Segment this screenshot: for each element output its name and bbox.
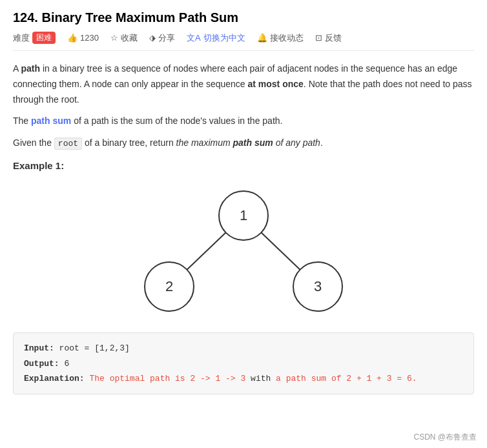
problem-description: A path in a binary tree is a sequence of… bbox=[13, 61, 474, 151]
example-code-block: Input: root = [1,2,3] Output: 6 Explanat… bbox=[13, 332, 474, 394]
description-para2: The path sum of a path is the sum of the… bbox=[13, 114, 474, 129]
italic-of-any-path: of any path bbox=[276, 137, 320, 148]
share-button[interactable]: ⬗ 分享 bbox=[149, 32, 175, 44]
input-value: root = [1,2,3] bbox=[54, 343, 130, 353]
output-label: Output: bbox=[24, 359, 59, 369]
toolbar: 难度 困难 👍 1230 ☆ 收藏 ⬗ 分享 文A 切换为中文 🔔 接收动态 ⊡… bbox=[13, 32, 474, 51]
input-label: Input: bbox=[24, 343, 54, 353]
share-label: 分享 bbox=[158, 32, 175, 44]
collect-label: 收藏 bbox=[121, 32, 138, 44]
like-icon: 👍 bbox=[67, 33, 78, 43]
feedback-button[interactable]: ⊡ 反馈 bbox=[315, 32, 342, 44]
atmost-bold: at most once bbox=[248, 79, 304, 89]
description-para3: Given the root of a binary tree, return … bbox=[13, 136, 474, 151]
path-bold: path bbox=[21, 63, 40, 74]
explanation-with: with bbox=[251, 374, 271, 383]
output-line: Output: 6 bbox=[24, 356, 463, 371]
pathsum-bold: path sum bbox=[31, 116, 71, 126]
explanation-line: Explanation: The optimal path is 2 -> 1 … bbox=[24, 371, 463, 386]
star-icon: ☆ bbox=[110, 33, 118, 43]
italic-the-maximum: the maximum bbox=[176, 137, 231, 148]
difficulty-label: 难度 bbox=[13, 32, 30, 44]
like-button[interactable]: 👍 1230 bbox=[67, 33, 99, 43]
translate-label: 切换为中文 bbox=[203, 32, 245, 44]
bell-icon: 🔔 bbox=[257, 33, 267, 43]
svg-text:2: 2 bbox=[165, 278, 173, 294]
explanation-text: The optimal path is 2 -> 1 -> 3 bbox=[85, 374, 251, 383]
example-section: Example 1: 1 2 3 Input: root = [1,2,3] bbox=[13, 160, 474, 394]
difficulty-badge: 困难 bbox=[32, 32, 56, 44]
feedback-label: 反馈 bbox=[325, 32, 342, 44]
svg-text:3: 3 bbox=[314, 278, 322, 294]
tree-diagram: 1 2 3 bbox=[13, 180, 474, 322]
footer: CSDN @布鲁查查 bbox=[413, 432, 477, 443]
share-icon: ⬗ bbox=[149, 33, 156, 43]
footer-text: CSDN @布鲁查查 bbox=[413, 433, 477, 442]
notify-button[interactable]: 🔔 接收动态 bbox=[257, 32, 304, 44]
notify-label: 接收动态 bbox=[270, 32, 304, 44]
explanation-rest: a path sum of 2 + 1 + 3 = 6. bbox=[271, 374, 417, 383]
like-count: 1230 bbox=[80, 33, 99, 43]
input-line: Input: root = [1,2,3] bbox=[24, 341, 463, 356]
output-value: 6 bbox=[59, 359, 70, 369]
description-para1: A path in a binary tree is a sequence of… bbox=[13, 61, 474, 107]
explanation-label: Explanation: bbox=[24, 374, 85, 383]
root-code: root bbox=[54, 137, 82, 150]
svg-text:1: 1 bbox=[240, 207, 247, 223]
translate-button[interactable]: 文A 切换为中文 bbox=[187, 32, 245, 44]
difficulty-section: 难度 困难 bbox=[13, 32, 56, 44]
translate-icon: 文A bbox=[187, 32, 201, 44]
collect-button[interactable]: ☆ 收藏 bbox=[110, 32, 138, 44]
page-title: 124. Binary Tree Maximum Path Sum bbox=[13, 10, 474, 25]
feedback-icon: ⊡ bbox=[315, 33, 322, 43]
pathsum-italic-bold: path sum bbox=[233, 137, 273, 148]
example-title: Example 1: bbox=[13, 160, 474, 171]
